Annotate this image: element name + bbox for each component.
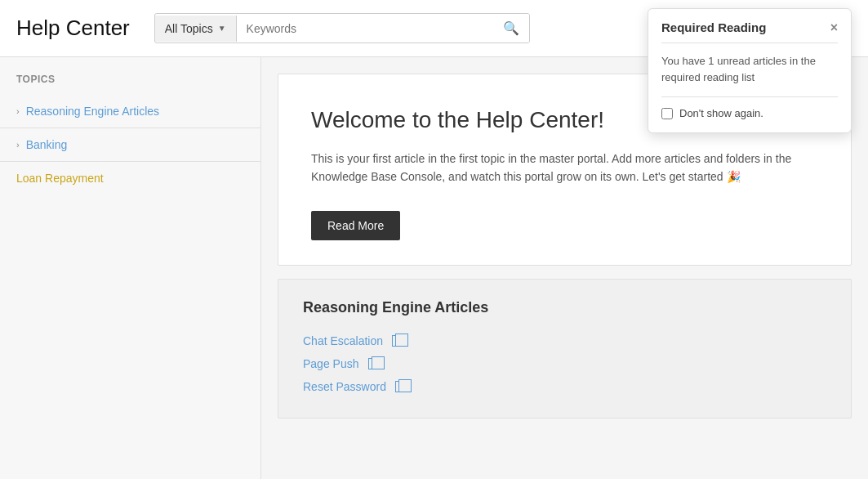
popup-divider (661, 43, 838, 43)
topics-label: TOPICS (0, 74, 260, 95)
articles-section: Reasoning Engine Articles Chat Escalatio… (278, 279, 852, 419)
article-item-page-push[interactable]: Page Push (303, 352, 826, 375)
welcome-text: This is your first article in the first … (311, 150, 801, 186)
popup-body: You have 1 unread articles in the requir… (661, 53, 838, 85)
popup-title: Required Reading (661, 20, 766, 34)
article-link-icon (364, 358, 380, 369)
popup-header: Required Reading × (661, 20, 838, 34)
chevron-right-icon: › (16, 140, 20, 150)
logo-light: Center (60, 16, 129, 40)
sidebar-item-label-reasoning: Reasoning Engine Articles (26, 105, 159, 118)
dont-show-checkbox[interactable] (661, 108, 673, 119)
article-item-chat-escalation[interactable]: Chat Escalation (303, 329, 826, 352)
logo: Help Center (16, 16, 130, 41)
chevron-right-icon: › (16, 106, 20, 116)
sidebar-item-label-banking: Banking (26, 138, 68, 151)
topic-dropdown[interactable]: All Topics ▼ (155, 16, 237, 42)
search-button[interactable]: 🔍 (493, 14, 529, 43)
chevron-down-icon: ▼ (218, 24, 226, 33)
search-bar: All Topics ▼ 🔍 (154, 13, 530, 43)
article-label-page-push: Page Push (303, 357, 359, 370)
articles-section-title: Reasoning Engine Articles (303, 299, 826, 316)
article-link-icon (388, 335, 403, 347)
sidebar-item-loan-repayment[interactable]: Loan Repayment (0, 162, 260, 195)
popup-checkbox-row: Don't show again. (661, 107, 838, 119)
popup-divider-2 (661, 96, 838, 97)
article-label-reset-password: Reset Password (303, 380, 386, 393)
search-input[interactable] (237, 16, 493, 42)
sidebar-item-banking[interactable]: › Banking (0, 128, 260, 162)
search-icon: 🔍 (503, 21, 519, 35)
dont-show-label[interactable]: Don't show again. (679, 107, 763, 119)
sidebar: TOPICS › Reasoning Engine Articles › Ban… (0, 57, 261, 479)
popup-close-button[interactable]: × (830, 21, 838, 34)
article-label-chat-escalation: Chat Escalation (303, 334, 383, 347)
sidebar-item-label-loan: Loan Repayment (16, 172, 104, 185)
sidebar-item-reasoning-engine[interactable]: › Reasoning Engine Articles (0, 95, 260, 128)
read-more-button[interactable]: Read More (311, 211, 400, 240)
topic-dropdown-label: All Topics (165, 22, 213, 35)
article-link-icon (391, 381, 407, 392)
required-reading-popup: Required Reading × You have 1 unread art… (648, 8, 852, 133)
article-item-reset-password[interactable]: Reset Password (303, 375, 826, 398)
logo-bold: Help (16, 16, 60, 40)
